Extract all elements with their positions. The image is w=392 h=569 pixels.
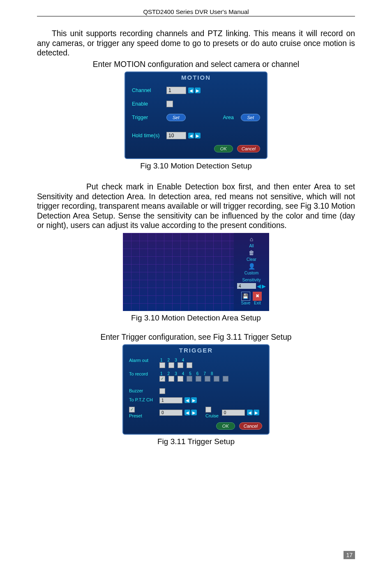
ptz-prev-icon[interactable]: ◀	[184, 397, 190, 403]
rec-num-4: 4	[182, 371, 184, 376]
holdtime-input[interactable]: 10	[166, 132, 186, 139]
caption-motion: Fig 3.10 Motion Detection Setup	[37, 161, 355, 170]
custom-label: Custom	[244, 271, 258, 275]
torecord-label: To record	[129, 371, 159, 376]
cruise-input[interactable]: 0	[222, 410, 245, 416]
alarm-num-4: 4	[182, 358, 184, 362]
motion-ok-button[interactable]: OK	[214, 145, 233, 152]
ptz-input[interactable]: 1	[159, 397, 182, 403]
area-label: Area	[223, 115, 241, 120]
exit-icon[interactable]: ✖	[253, 292, 262, 301]
caption-trigger: Fig 3.11 Trigger Setup	[37, 437, 355, 446]
channel-input[interactable]: 1	[166, 87, 186, 94]
rec-num-3: 3	[175, 371, 177, 376]
paragraph-1: This unit supports recording channels an…	[37, 29, 355, 58]
sensitivity-label: Sensitivity	[242, 278, 261, 282]
record-ch2[interactable]	[168, 376, 174, 382]
buzzer-label: Buzzer	[129, 388, 159, 393]
alarmout-ch4[interactable]	[187, 362, 192, 368]
alarm-num-2: 2	[168, 358, 170, 362]
record-ch6[interactable]	[205, 376, 210, 382]
trigger-cancel-button[interactable]: Cancel	[239, 422, 262, 430]
header-title: QSTD2400 Series DVR User's Manual	[143, 8, 249, 15]
motion-dialog-title: MOTION	[125, 72, 267, 83]
channel-label: Channel	[132, 88, 166, 93]
save-icon[interactable]: 💾	[241, 292, 250, 301]
exit-label: Exit	[254, 301, 261, 305]
custom-icon[interactable]: 👤	[247, 263, 256, 270]
page-number: 17	[344, 551, 355, 559]
paragraph-2: Put check mark in Enable Detection box f…	[37, 182, 355, 230]
preset-input[interactable]: 0	[159, 410, 182, 416]
trigger-dialog-title: TRIGGER	[123, 345, 269, 356]
holdtime-label: Hold time(s)	[132, 133, 166, 138]
alarmout-ch2[interactable]	[168, 362, 174, 368]
trigger-label: Trigger	[132, 115, 166, 120]
preset-label: Preset	[129, 413, 159, 418]
rec-num-1: 1	[160, 371, 163, 376]
channel-next-icon[interactable]: ▶	[195, 88, 201, 93]
area-side-panel: ⌂ All 🗑 Clear 👤 Custom Sensitivity 4 ◀ ▶…	[234, 233, 269, 311]
buzzer-checkbox[interactable]	[159, 388, 165, 394]
sens-next-icon[interactable]: ▶	[262, 283, 266, 289]
rec-num-6: 6	[196, 371, 199, 376]
cruise-next-icon[interactable]: ▶	[254, 410, 259, 415]
record-ch5[interactable]	[196, 376, 201, 382]
cruise-label: Cruise	[205, 413, 219, 418]
alarm-num-1: 1	[160, 358, 163, 362]
record-ch8[interactable]	[223, 376, 228, 382]
all-icon[interactable]: ⌂	[247, 235, 256, 243]
preset-prev-icon[interactable]: ◀	[184, 410, 190, 415]
ptz-label: To P.T.Z CH	[129, 397, 159, 402]
save-label: Save	[241, 301, 251, 305]
alarmout-ch1[interactable]	[159, 362, 165, 368]
rec-num-2: 2	[168, 371, 170, 376]
caption-area: Fig 3.10 Motion Detection Area Setup	[37, 313, 355, 323]
record-ch4[interactable]	[187, 376, 192, 382]
alarm-num-3: 3	[175, 358, 177, 362]
holdtime-next-icon[interactable]: ▶	[195, 133, 201, 138]
record-ch3[interactable]	[178, 376, 183, 382]
rec-num-5: 5	[189, 371, 191, 376]
record-ch1[interactable]	[159, 376, 165, 382]
rec-num-7: 7	[203, 371, 206, 376]
all-label: All	[249, 244, 254, 248]
motion-cancel-button[interactable]: Cancel	[237, 145, 260, 152]
clear-icon[interactable]: 🗑	[247, 249, 256, 256]
trigger-dialog: TRIGGER Alarm out 1 2 3 4 To record 1 2	[122, 344, 270, 435]
trigger-intro: Enter Trigger configuration, see Fig 3.1…	[37, 332, 355, 342]
motion-intro: Enter MOTION configuration and select ca…	[37, 60, 355, 69]
holdtime-prev-icon[interactable]: ◀	[188, 133, 194, 138]
alarmout-ch3[interactable]	[178, 362, 183, 368]
motion-dialog: MOTION Channel 1 ◀ ▶ Enable Trigger Set …	[125, 71, 267, 159]
area-setup-figure: ⌂ All 🗑 Clear 👤 Custom Sensitivity 4 ◀ ▶…	[123, 233, 269, 311]
sensitivity-value[interactable]: 4	[237, 283, 256, 289]
rec-num-8: 8	[211, 371, 213, 376]
trigger-set-button[interactable]: Set	[166, 114, 186, 121]
preset-checkbox[interactable]	[129, 407, 135, 412]
page-header: QSTD2400 Series DVR User's Manual	[37, 8, 355, 16]
enable-checkbox[interactable]	[166, 101, 173, 107]
area-set-button[interactable]: Set	[241, 114, 260, 121]
cruise-checkbox[interactable]	[205, 407, 211, 412]
alarmout-label: Alarm out	[129, 358, 159, 363]
detection-grid[interactable]	[123, 233, 234, 311]
cruise-prev-icon[interactable]: ◀	[247, 410, 253, 415]
record-ch7[interactable]	[214, 376, 219, 382]
clear-label: Clear	[247, 257, 256, 262]
sens-prev-icon[interactable]: ◀	[257, 283, 261, 289]
enable-label: Enable	[132, 101, 166, 107]
ptz-next-icon[interactable]: ▶	[191, 397, 197, 403]
channel-prev-icon[interactable]: ◀	[188, 88, 194, 93]
preset-next-icon[interactable]: ▶	[191, 410, 197, 415]
trigger-ok-button[interactable]: OK	[216, 422, 235, 430]
